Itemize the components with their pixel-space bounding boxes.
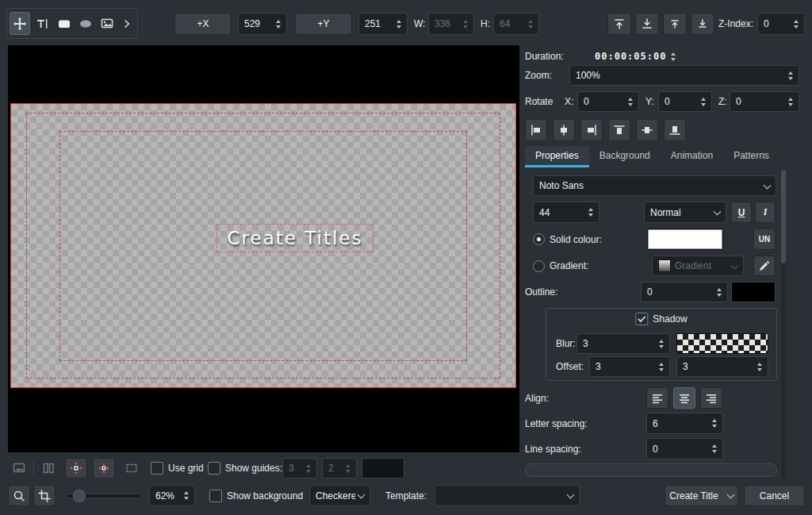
line-spacing-spinbox[interactable]: 0 — [646, 438, 723, 459]
title-frame[interactable]: Create Titles — [10, 103, 516, 388]
spin-up-icon[interactable] — [588, 208, 593, 211]
spinner-arrows[interactable] — [181, 491, 192, 500]
spin-up-icon[interactable] — [396, 20, 401, 23]
spin-down-icon[interactable] — [659, 368, 664, 371]
rect-tool-button[interactable] — [54, 12, 75, 35]
spinner-arrows[interactable] — [668, 52, 679, 61]
shadow-checkbox[interactable]: Shadow — [635, 312, 687, 326]
title-text-item[interactable]: Create Titles — [216, 224, 373, 252]
font-size-spinbox[interactable]: 44 — [533, 202, 599, 223]
add-y-button[interactable]: +Y — [295, 13, 352, 35]
scrollbar-thumb[interactable] — [781, 170, 786, 263]
spin-up-icon[interactable] — [276, 20, 281, 23]
add-x-button[interactable]: +X — [174, 13, 232, 35]
lower-object-button[interactable] — [691, 13, 714, 35]
move-tool-button[interactable] — [10, 12, 30, 35]
gradient-radio[interactable] — [533, 260, 545, 272]
spin-down-icon[interactable] — [276, 25, 281, 29]
rotate-y-spinbox[interactable]: 0 — [658, 91, 712, 112]
cancel-button[interactable]: Cancel — [744, 485, 805, 506]
slider-handle[interactable] — [73, 490, 86, 502]
adjust-to-frame-button[interactable] — [33, 485, 56, 506]
spin-down-icon[interactable] — [659, 345, 664, 348]
show-guides-checkbox[interactable]: Show guides: — [208, 458, 282, 478]
fill-colour-button[interactable] — [647, 229, 723, 250]
blur-spinbox[interactable]: 3 — [576, 333, 670, 354]
fit-zoom-out-selection-button[interactable] — [65, 458, 87, 478]
spin-up-icon[interactable] — [788, 98, 793, 101]
edit-gradient-button[interactable] — [753, 256, 776, 276]
spin-up-icon[interactable] — [757, 363, 762, 366]
show-background-checkbox[interactable]: Show background — [209, 485, 303, 506]
spinner-arrows[interactable] — [709, 419, 720, 428]
spinner-arrows[interactable] — [754, 363, 765, 371]
solid-colour-radio[interactable] — [533, 233, 545, 245]
panel-vertical-scrollbar[interactable] — [781, 170, 786, 479]
spin-down-icon[interactable] — [712, 450, 717, 453]
spin-up-icon[interactable] — [184, 491, 189, 494]
spin-up-icon[interactable] — [712, 444, 717, 448]
underline-button[interactable]: U — [731, 202, 752, 223]
tab-patterns[interactable]: Patterns — [723, 146, 779, 167]
rotate-x-spinbox[interactable]: 0 — [577, 91, 639, 112]
align-bottom-object-button[interactable] — [664, 119, 686, 141]
background-mode-combo[interactable]: Checkered — [309, 485, 370, 506]
spin-down-icon[interactable] — [588, 213, 593, 217]
panel-horizontal-scrollbar[interactable] — [525, 463, 777, 477]
spin-up-icon[interactable] — [659, 363, 664, 366]
fit-zoom-in-selection-button[interactable] — [93, 458, 115, 478]
align-center-v-object-button[interactable] — [636, 119, 658, 141]
zoom-slider[interactable] — [67, 485, 141, 506]
outline-width-spinbox[interactable]: 0 — [641, 282, 728, 302]
insert-unicode-button[interactable]: UN — [753, 229, 776, 250]
zoom-percent-spinbox[interactable]: 62% — [149, 485, 195, 506]
tab-properties[interactable]: Properties — [525, 146, 589, 167]
checkbox-box[interactable] — [151, 462, 163, 475]
more-tools-button[interactable] — [119, 12, 135, 35]
align-text-left-button[interactable] — [646, 387, 668, 409]
font-weight-combo[interactable]: Normal — [644, 202, 726, 223]
spin-up-icon[interactable] — [717, 288, 722, 291]
spin-down-icon[interactable] — [701, 103, 706, 106]
raise-to-top-button[interactable] — [607, 13, 631, 35]
spin-down-icon[interactable] — [396, 25, 401, 29]
spinner-arrows[interactable] — [656, 340, 667, 348]
font-family-combo[interactable]: Noto Sans — [533, 175, 776, 196]
align-right-object-button[interactable] — [580, 119, 603, 141]
ellipse-tool-button[interactable] — [76, 12, 95, 35]
spin-down-icon[interactable] — [671, 58, 676, 61]
spinner-arrows[interactable] — [625, 98, 636, 106]
spin-up-icon[interactable] — [671, 52, 676, 56]
spin-up-icon[interactable] — [712, 419, 717, 422]
guides-colour-button[interactable] — [362, 458, 404, 478]
spinner-arrows[interactable] — [714, 288, 725, 297]
spinner-arrows[interactable] — [698, 98, 709, 106]
spin-up-icon[interactable] — [659, 340, 664, 343]
offset-y-spinbox[interactable]: 3 — [676, 356, 768, 377]
align-center-h-object-button[interactable] — [553, 119, 575, 141]
lower-to-bottom-button[interactable] — [635, 13, 659, 35]
spinner-arrows[interactable] — [709, 444, 720, 453]
image-tool-button[interactable] — [97, 12, 117, 35]
raise-object-button[interactable] — [663, 13, 687, 35]
spinner-arrows[interactable] — [791, 20, 802, 29]
spinner-arrows[interactable] — [585, 208, 596, 217]
spin-down-icon[interactable] — [628, 103, 633, 106]
z-index-spinbox[interactable]: 0 — [757, 13, 805, 35]
y-position-spinbox[interactable]: 251 — [358, 13, 408, 35]
spin-down-icon[interactable] — [184, 497, 189, 500]
spin-down-icon[interactable] — [788, 77, 793, 80]
checkbox-box[interactable] — [208, 462, 220, 475]
zoom-fit-button[interactable] — [8, 485, 30, 506]
title-canvas[interactable]: Create Titles — [8, 45, 519, 452]
align-text-center-button[interactable] — [673, 387, 695, 409]
zoom-spinbox[interactable]: 100% — [569, 65, 799, 86]
create-title-dropdown[interactable] — [723, 492, 737, 499]
gradient-radio-row[interactable]: Gradient: — [533, 256, 588, 276]
align-text-right-button[interactable] — [700, 387, 722, 409]
rotate-z-spinbox[interactable]: 0 — [730, 91, 799, 112]
align-left-object-button[interactable] — [525, 119, 547, 141]
checkbox-box[interactable] — [635, 313, 648, 325]
spinner-arrows[interactable] — [273, 20, 284, 29]
spin-down-icon[interactable] — [794, 25, 799, 29]
